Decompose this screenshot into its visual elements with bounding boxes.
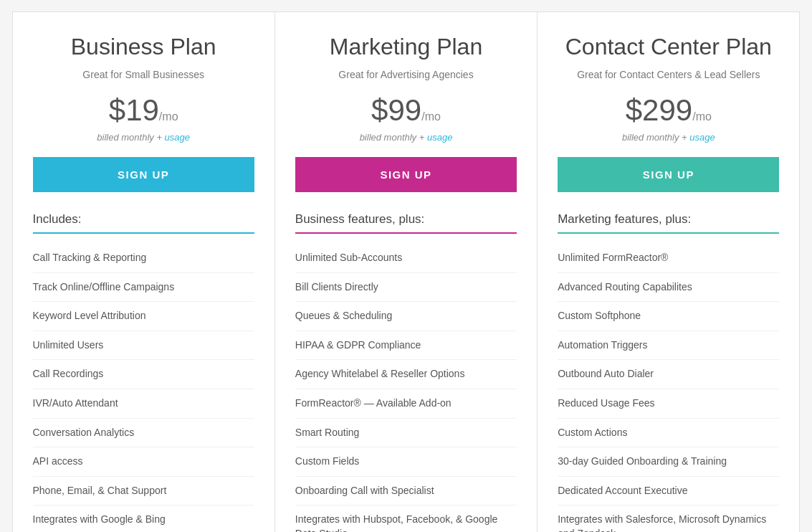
feature-item: API access [33,447,254,477]
features-header-marketing: Business features, plus: [295,212,517,234]
price-amount-contact-center: $299 [626,93,692,127]
plan-card-business: Business PlanGreat for Small Businesses$… [12,11,275,532]
plan-card-contact-center: Contact Center PlanGreat for Contact Cen… [538,11,800,532]
feature-item: Call Tracking & Reporting [33,244,254,273]
feature-item: Agency Whitelabel & Reseller Options [295,360,517,389]
plan-title-business: Business Plan [33,34,254,60]
feature-item: Custom Softphone [558,302,779,331]
feature-item: Reduced Usage Fees [558,389,779,419]
price-period-business: /mo [159,110,178,123]
feature-item: FormReactor® — Available Add-on [295,389,517,419]
feature-item: Conversation Analytics [33,419,254,448]
usage-link-contact-center[interactable]: usage [689,132,715,143]
feature-item: HIPAA & GDPR Compliance [295,331,517,361]
feature-item: Dedicated Account Executive [558,477,779,506]
plan-billed-contact-center: billed monthly + usage [558,132,779,143]
features-header-business: Includes: [33,212,254,234]
feature-item: Unlimited FormReactor® [558,244,779,273]
features-header-contact-center: Marketing features, plus: [558,212,779,234]
feature-item: 30-day Guided Onboarding & Training [558,447,779,477]
plan-title-marketing: Marketing Plan [295,34,517,60]
plan-price-marketing: $99/mo [295,93,517,128]
usage-link-business[interactable]: usage [165,132,190,143]
price-amount-business: $19 [109,93,159,127]
feature-item: Track Online/Offline Campaigns [33,273,254,303]
feature-item: Onboarding Call with Specialist [295,477,517,506]
feature-item: Automation Triggers [558,331,779,361]
plan-price-business: $19/mo [33,93,254,128]
feature-item: Integrates with Salesforce, Microsoft Dy… [558,505,779,532]
plan-subtitle-contact-center: Great for Contact Centers & Lead Sellers [558,69,779,80]
feature-item: Call Recordings [33,360,254,389]
feature-item: Smart Routing [295,419,517,448]
feature-item: Unlimited Sub-Accounts [295,244,517,273]
features-list-business: Call Tracking & ReportingTrack Online/Of… [33,244,254,532]
pricing-container: Business PlanGreat for Small Businesses$… [12,11,801,532]
signup-button-business[interactable]: SIGN UP [33,157,254,192]
feature-item: Custom Actions [558,419,779,448]
plan-card-marketing: Marketing PlanGreat for Advertising Agen… [275,11,538,532]
feature-item: Custom Fields [295,447,517,477]
feature-item: Queues & Scheduling [295,302,517,331]
plan-price-contact-center: $299/mo [558,93,779,128]
price-period-marketing: /mo [421,110,441,123]
feature-item: IVR/Auto Attendant [33,389,254,419]
usage-link-marketing[interactable]: usage [427,132,452,143]
feature-item: Unlimited Users [33,331,254,361]
plan-billed-marketing: billed monthly + usage [295,132,517,143]
plan-subtitle-business: Great for Small Businesses [33,69,254,80]
feature-item: Bill Clients Directly [295,273,517,303]
features-list-marketing: Unlimited Sub-AccountsBill Clients Direc… [295,244,517,532]
feature-item: Keyword Level Attribution [33,302,254,331]
price-period-contact-center: /mo [692,110,712,123]
signup-button-contact-center[interactable]: SIGN UP [558,157,779,192]
feature-item: Advanced Routing Capabilites [558,273,779,303]
price-amount-marketing: $99 [371,93,421,127]
feature-item: Outbound Auto Dialer [558,360,779,389]
feature-item: Integrates with Google & Bing [33,505,254,532]
features-list-contact-center: Unlimited FormReactor®Advanced Routing C… [558,244,779,532]
feature-item: Phone, Email, & Chat Support [33,477,254,506]
signup-button-marketing[interactable]: SIGN UP [295,157,517,192]
feature-item: Integrates with Hubspot, Facebook, & Goo… [295,505,517,532]
plan-billed-business: billed monthly + usage [33,132,254,143]
plan-title-contact-center: Contact Center Plan [558,34,779,60]
plan-subtitle-marketing: Great for Advertising Agencies [295,69,517,80]
